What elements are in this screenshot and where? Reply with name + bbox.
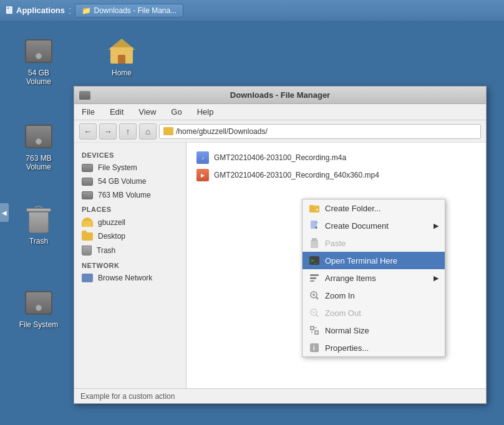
folder-small-icon-desktop xyxy=(82,232,93,241)
ctx-label-normal-size: Normal Size xyxy=(325,326,369,335)
context-menu: + Create Folder... + Create Document xyxy=(302,199,445,357)
zoom-in-icon xyxy=(309,290,320,301)
hdd-icon-filesystem xyxy=(24,288,54,318)
fm-menubar: File Edit View Go Help xyxy=(74,104,486,120)
hdd-small-icon-763mb xyxy=(82,191,93,199)
svg-rect-10 xyxy=(310,274,319,276)
menu-go[interactable]: Go xyxy=(168,106,184,118)
file-icon-m4a: ♪ xyxy=(196,151,209,164)
svg-rect-1 xyxy=(309,205,314,207)
fm-title: Downloads - File Manager xyxy=(230,90,330,100)
ctx-properties[interactable]: i Properties... xyxy=(303,339,445,356)
doc-new-icon: + xyxy=(309,220,320,231)
menu-view[interactable]: View xyxy=(136,106,158,118)
sidebar-item-763mb[interactable]: 763 MB Volume xyxy=(74,188,186,202)
icon-label-54gb: 54 GBVolume xyxy=(26,69,51,87)
icon-label-763mb: 763 MBVolume xyxy=(26,154,51,172)
network-small-icon xyxy=(82,274,93,282)
properties-icon: i xyxy=(309,342,320,353)
window-tab-button[interactable]: 📁 Downloads - File Mana... xyxy=(75,4,183,17)
sidebar-item-54gb[interactable]: 54 GB Volume xyxy=(74,174,186,188)
icon-label-filesystem: File System xyxy=(19,320,59,329)
taskbar-separator: : xyxy=(69,5,71,16)
fm-titlebar: Downloads - File Manager xyxy=(74,87,486,104)
svg-text:+: + xyxy=(316,207,319,212)
fm-content: ♪ GMT20210406-203100_Recording.m4a ▶ GMT… xyxy=(187,143,486,388)
ctx-zoom-out[interactable]: Zoom Out xyxy=(303,304,445,322)
svg-line-16 xyxy=(316,297,318,299)
sidebar-label-filesystem: File System xyxy=(98,163,137,172)
hdd-small-icon xyxy=(82,164,93,172)
nav-up-button[interactable]: ↑ xyxy=(119,123,137,140)
path-bar[interactable]: /home/gbuzzell/Downloads/ xyxy=(159,124,481,139)
desktop-icon-54gb[interactable]: 54 GBVolume xyxy=(14,36,64,87)
menu-edit[interactable]: Edit xyxy=(107,106,126,118)
svg-line-19 xyxy=(316,315,318,317)
ctx-label-open-terminal: Open Terminal Here xyxy=(325,256,397,265)
sidebar-item-filesystem[interactable]: File System xyxy=(74,161,186,174)
hdd-icon-763mb xyxy=(24,122,54,151)
nav-back-button[interactable]: ← xyxy=(79,123,97,140)
ctx-arrow-create-document: ▶ xyxy=(434,222,439,230)
svg-rect-11 xyxy=(310,277,316,279)
file-item-m4a[interactable]: ♪ GMT20210406-203100_Recording.m4a xyxy=(193,149,480,166)
ctx-create-document[interactable]: + Create Document ▶ xyxy=(303,217,445,234)
ctx-open-terminal[interactable]: >_ Open Terminal Here xyxy=(303,252,445,269)
menu-file[interactable]: File xyxy=(79,106,97,118)
desktop-icon-trash[interactable]: Trash xyxy=(14,204,64,246)
nav-forward-button[interactable]: → xyxy=(99,123,117,140)
nav-home-button[interactable]: ⌂ xyxy=(139,123,157,140)
appname-label: Applications xyxy=(16,6,65,15)
fm-sidebar: DEVICES File System 54 GB Volume 763 MB … xyxy=(74,143,187,388)
sidebar-label-trash: Trash xyxy=(97,246,115,255)
ctx-arrange-items[interactable]: Arrange Items ▶ xyxy=(303,269,445,287)
window-tab-label: Downloads - File Mana... xyxy=(94,6,177,15)
desktop-icon-home[interactable]: Home xyxy=(97,36,147,77)
svg-marker-4 xyxy=(316,221,318,223)
fm-titlebar-icon xyxy=(79,91,90,100)
file-name-mp4: GMT20210406-203100_Recording_640x360.mp4 xyxy=(214,171,379,179)
svg-text:>_: >_ xyxy=(311,257,317,264)
menu-help[interactable]: Help xyxy=(195,106,216,118)
sidebar-item-browse-network[interactable]: Browse Network xyxy=(74,271,186,285)
ctx-label-create-document: Create Document xyxy=(325,221,389,231)
ctx-label-arrange-items: Arrange Items xyxy=(325,274,376,283)
ctx-zoom-in[interactable]: Zoom In xyxy=(303,287,445,304)
desktop-icon-filesystem[interactable]: File System xyxy=(14,288,64,329)
section-header-devices: DEVICES xyxy=(74,148,186,161)
file-manager-window: Downloads - File Manager File Edit View … xyxy=(74,86,487,404)
folder-new-icon: + xyxy=(309,203,320,214)
fm-toolbar: ← → ↑ ⌂ /home/gbuzzell/Downloads/ xyxy=(74,120,486,143)
ctx-label-paste: Paste xyxy=(325,239,346,248)
file-icon-mp4: ▶ xyxy=(196,169,209,181)
svg-rect-12 xyxy=(310,280,314,282)
applications-menu[interactable]: 🖥 Applications xyxy=(4,5,65,16)
desktop-icon-763mb[interactable]: 763 MBVolume xyxy=(14,122,64,172)
normal-size-icon xyxy=(309,325,320,336)
section-header-places: PLACES xyxy=(74,202,186,215)
sidebar-item-trash[interactable]: Trash xyxy=(74,243,186,258)
file-name-m4a: GMT20210406-203100_Recording.m4a xyxy=(214,153,346,162)
ctx-label-properties: Properties... xyxy=(325,343,369,353)
home-small-icon xyxy=(82,217,93,227)
sidebar-label-54gb: 54 GB Volume xyxy=(98,177,146,186)
fm-statusbar: Example for a custom action xyxy=(74,388,486,403)
ctx-normal-size[interactable]: Normal Size xyxy=(303,322,445,339)
path-text: /home/gbuzzell/Downloads/ xyxy=(176,127,268,136)
ctx-paste[interactable]: Paste xyxy=(303,234,445,252)
ctx-create-folder[interactable]: + Create Folder... xyxy=(303,199,445,217)
file-item-mp4[interactable]: ▶ GMT20210406-203100_Recording_640x360.m… xyxy=(193,166,480,184)
scroll-indicator: ◀ xyxy=(0,203,9,222)
home-icon xyxy=(107,36,137,66)
ctx-arrow-arrange: ▶ xyxy=(434,274,439,282)
ctx-label-create-folder: Create Folder... xyxy=(325,204,381,213)
arrange-icon xyxy=(309,272,320,284)
sidebar-item-desktop[interactable]: Desktop xyxy=(74,229,186,243)
sidebar-label-gbuzzell: gbuzzell xyxy=(98,218,125,227)
section-header-network: NETWORK xyxy=(74,258,186,271)
svg-rect-7 xyxy=(312,238,317,241)
sidebar-item-gbuzzell[interactable]: gbuzzell xyxy=(74,215,186,229)
icon-label-trash: Trash xyxy=(29,237,48,246)
hdd-icon-54gb xyxy=(24,36,54,66)
trash-icon xyxy=(24,204,54,234)
